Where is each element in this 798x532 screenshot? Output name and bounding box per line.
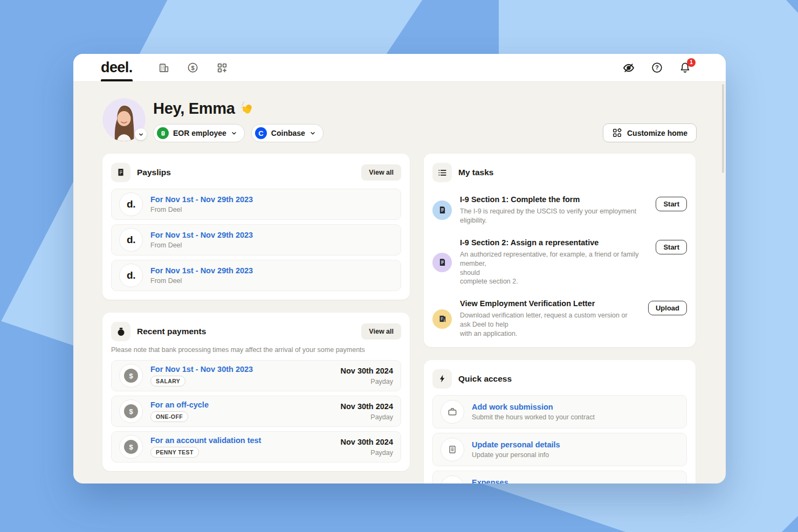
chevron-down-icon (309, 130, 316, 136)
deel-logo[interactable]: deel. (101, 54, 133, 81)
quick-access-description: Update your personal info (472, 451, 679, 459)
payslip-link[interactable]: For Nov 1st - Nov 29th 2023 (150, 231, 393, 239)
background-shape (786, 0, 798, 13)
payments-nav-icon[interactable]: $ (181, 54, 205, 82)
hide-balances-icon[interactable] (617, 54, 641, 82)
deel-avatar: d. (119, 192, 143, 216)
wave-icon (240, 101, 254, 116)
recent-payments-card: Recent payments View all Please note tha… (102, 313, 410, 471)
payment-date: Nov 30th 2024 (340, 402, 393, 411)
payment-link[interactable]: For Nov 1st - Nov 30th 2023 (150, 365, 333, 374)
task-item: View Employment Verification Letter Down… (432, 299, 687, 338)
payment-date-label: Payday (340, 413, 393, 421)
active-tab-indicator (101, 79, 133, 81)
top-nav: deel. $ (73, 54, 726, 82)
help-icon[interactable]: ? (645, 54, 669, 82)
employment-type-label: EOR employee (173, 129, 226, 137)
payment-link[interactable]: For an account validation test (150, 436, 333, 445)
payslips-view-all-button[interactable]: View all (361, 164, 401, 181)
payslip-link[interactable]: For Nov 1st - Nov 29th 2023 (150, 195, 393, 204)
task-title: I-9 Section 1: Complete the form (460, 195, 641, 204)
task-upload-button[interactable]: Upload (648, 301, 687, 315)
payslip-link[interactable]: For Nov 1st - Nov 29th 2023 (150, 266, 393, 275)
avatar[interactable] (102, 98, 146, 141)
notifications-bell-icon[interactable]: 1 (673, 54, 697, 82)
background-shape (377, 0, 499, 62)
apps-icon[interactable] (210, 54, 234, 82)
payment-date: Nov 30th 2024 (340, 438, 393, 446)
task-title: I-9 Section 2: Assign a representative (460, 238, 641, 247)
quick-access-title: Quick access (458, 374, 687, 384)
quick-access-card: Quick access Add work submission Submit … (424, 360, 696, 483)
greeting-text: Hey, Emma (153, 100, 235, 118)
task-start-button[interactable]: Start (656, 197, 687, 211)
briefcase-icon (441, 400, 464, 424)
my-tasks-card: My tasks I-9 Section 1: Complete the for… (424, 154, 696, 347)
coinbase-logo-icon: C (255, 127, 267, 139)
payslips-card: Payslips View all d. For Nov 1st - Nov 2… (102, 154, 410, 300)
quick-access-link[interactable]: Expenses (472, 478, 679, 483)
deel-avatar: d. (119, 264, 143, 287)
payments-view-all-button[interactable]: View all (361, 323, 401, 340)
upload-icon (441, 475, 464, 483)
lightning-icon (432, 369, 452, 389)
scrollbar[interactable] (722, 84, 724, 173)
background-shape (782, 516, 798, 532)
employment-type-dropdown[interactable]: EOR employee (153, 124, 245, 142)
money-bag-icon (111, 322, 130, 341)
payment-date-label: Payday (340, 449, 393, 457)
svg-text:$: $ (191, 65, 194, 71)
company-label: Coinbase (271, 129, 305, 137)
personal-details-icon (441, 438, 464, 461)
dollar-coin-icon: $ (119, 399, 143, 423)
payment-tag: ONE-OFF (150, 411, 188, 422)
payslip-row[interactable]: d. For Nov 1st - Nov 29th 2023 From Deel (111, 260, 401, 291)
app-window: deel. $ (73, 54, 726, 483)
payslip-source: From Deel (150, 206, 393, 213)
task-title: View Employment Verification Letter (460, 299, 634, 308)
eor-badge-icon (157, 127, 169, 139)
hero-section: Hey, Emma EO (102, 98, 697, 142)
dollar-coin-icon: $ (119, 364, 143, 388)
customize-home-button[interactable]: Customize home (603, 123, 697, 142)
quick-access-row[interactable]: Update personal details Update your pers… (432, 433, 687, 466)
quick-access-link[interactable]: Update personal details (472, 440, 679, 449)
payment-link[interactable]: For an off-cycle (150, 400, 333, 409)
payslips-title: Payslips (137, 168, 355, 177)
payment-tag: PENNY TEST (150, 447, 199, 458)
notification-badge: 1 (687, 58, 696, 67)
quick-access-link[interactable]: Add work submission (472, 403, 679, 411)
deel-logo-text: deel. (101, 59, 133, 76)
organization-icon[interactable] (152, 54, 176, 82)
profile-badges: EOR employee C Coinbase (153, 124, 324, 142)
verification-letter-icon (432, 309, 452, 329)
svg-text:?: ? (655, 64, 658, 71)
chevron-down-icon[interactable] (135, 128, 147, 140)
recent-payments-title: Recent payments (137, 327, 355, 336)
chevron-down-icon (231, 130, 237, 136)
dollar-coin-icon: $ (119, 435, 143, 459)
task-start-button[interactable]: Start (656, 240, 687, 254)
task-item: I-9 Section 2: Assign a representative A… (432, 238, 687, 287)
task-description: An authorized representative, for exampl… (460, 250, 641, 287)
i9-representative-icon (432, 253, 452, 272)
quick-access-row[interactable]: Add work submission Submit the hours wor… (432, 395, 687, 429)
i9-form-icon (432, 201, 452, 220)
payment-row[interactable]: $ For Nov 1st - Nov 30th 2023 SALARY Nov… (111, 360, 401, 391)
my-tasks-title: My tasks (458, 168, 687, 177)
task-description: Download verification letter, request a … (460, 311, 634, 338)
customize-icon (612, 128, 622, 138)
quick-access-row[interactable]: Expenses Add Expenses or other payment i… (432, 471, 687, 483)
deel-avatar: d. (119, 228, 143, 252)
quick-access-description: Submit the hours worked to your contract (472, 413, 679, 421)
payment-row[interactable]: $ For an off-cycle ONE-OFF Nov 30th 2024… (111, 396, 401, 427)
payslip-source: From Deel (150, 241, 393, 249)
payments-note: Please note that bank processing times m… (111, 346, 401, 354)
company-dropdown[interactable]: C Coinbase (251, 124, 324, 142)
payment-row[interactable]: $ For an account validation test PENNY T… (111, 431, 401, 462)
payslip-row[interactable]: d. For Nov 1st - Nov 29th 2023 From Deel (111, 224, 401, 255)
customize-home-label: Customize home (627, 129, 687, 137)
payslip-source: From Deel (150, 277, 393, 285)
page-title: Hey, Emma (153, 100, 324, 118)
payslip-row[interactable]: d. For Nov 1st - Nov 29th 2023 From Deel (111, 189, 401, 220)
